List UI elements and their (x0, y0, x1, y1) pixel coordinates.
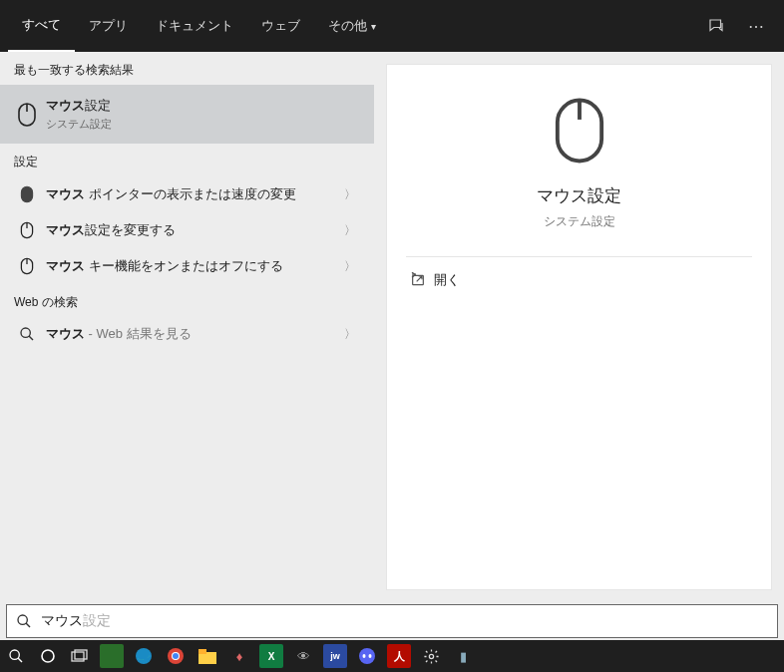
svg-line-8 (29, 336, 33, 340)
svg-point-14 (10, 650, 19, 659)
chevron-right-icon: 〉 (340, 222, 360, 239)
chevron-right-icon: 〉 (340, 258, 360, 275)
tab-apps[interactable]: アプリ (75, 0, 142, 52)
search-input[interactable] (41, 613, 777, 629)
preview-subtitle: システム設定 (544, 213, 615, 230)
taskbar: ♦ X 👁 jw 人 ▮ (0, 640, 784, 672)
svg-rect-18 (75, 650, 87, 659)
preview-panel: マウス設定 システム設定 開く (386, 64, 772, 590)
result-text: マウス - Web 結果を見る (46, 325, 340, 343)
section-web: Web の検索 (0, 284, 374, 317)
open-label: 開く (434, 271, 460, 289)
svg-rect-17 (72, 652, 84, 661)
taskbar-acrobat-icon[interactable]: 人 (387, 644, 411, 668)
chevron-down-icon: ▾ (371, 21, 376, 32)
taskbar-app-icon[interactable]: ♦ (227, 644, 251, 668)
more-options-icon[interactable]: ⋯ (736, 17, 776, 36)
result-text: マウス ポインターの表示または速度の変更 (46, 185, 340, 203)
results-panel: 最も一致する検索結果 マウス設定 システム設定 設定 マウス ポインターの表示ま… (0, 52, 374, 602)
chevron-right-icon: 〉 (340, 326, 360, 343)
mouse-icon (14, 256, 40, 276)
search-icon (14, 326, 40, 342)
mouse-icon (14, 184, 40, 204)
tab-more[interactable]: その他▾ (314, 0, 390, 52)
svg-point-25 (359, 648, 375, 664)
taskbar-cortana-icon[interactable] (36, 644, 60, 668)
svg-point-22 (173, 653, 179, 659)
result-settings-2[interactable]: マウス キー機能をオンまたはオフにする 〉 (0, 248, 374, 284)
result-settings-0[interactable]: マウス ポインターの表示または速度の変更 〉 (0, 176, 374, 212)
taskbar-search-icon[interactable] (4, 644, 28, 668)
taskbar-discord-icon[interactable] (355, 644, 379, 668)
svg-line-13 (26, 623, 30, 627)
taskbar-settings-icon[interactable] (419, 644, 443, 668)
result-text: マウス設定 システム設定 (46, 97, 360, 132)
section-best-match: 最も一致する検索結果 (0, 52, 374, 85)
tab-documents[interactable]: ドキュメント (142, 0, 247, 52)
svg-point-28 (429, 654, 433, 658)
taskbar-explorer-icon[interactable] (196, 644, 219, 668)
svg-point-12 (18, 615, 27, 624)
mouse-icon (551, 95, 608, 167)
result-web-0[interactable]: マウス - Web 結果を見る 〉 (0, 317, 374, 351)
result-best-match[interactable]: マウス設定 システム設定 (0, 85, 374, 144)
taskbar-app-icon[interactable]: ▮ (451, 644, 475, 668)
taskbar-chrome-icon[interactable] (164, 644, 188, 668)
search-bar[interactable]: 設定 (6, 604, 778, 638)
svg-rect-2 (21, 186, 32, 201)
mouse-icon (14, 220, 40, 240)
taskbar-taskview-icon[interactable] (68, 644, 92, 668)
mouse-icon (14, 102, 40, 128)
tab-bar: すべて アプリ ドキュメント ウェブ その他▾ ⋯ (0, 0, 784, 52)
svg-point-27 (369, 654, 372, 658)
svg-point-16 (42, 650, 54, 662)
taskbar-edge-icon[interactable] (132, 644, 156, 668)
taskbar-app-icon[interactable]: 👁 (291, 644, 315, 668)
result-text: マウス キー機能をオンまたはオフにする (46, 257, 340, 275)
taskbar-excel-icon[interactable]: X (259, 644, 283, 668)
open-icon (410, 272, 434, 288)
preview-title: マウス設定 (537, 184, 621, 207)
taskbar-app-icon[interactable] (100, 644, 124, 668)
tab-all[interactable]: すべて (8, 0, 75, 52)
section-settings: 設定 (0, 144, 374, 176)
result-text: マウス設定を変更する (46, 221, 340, 239)
svg-point-7 (21, 328, 30, 337)
result-settings-1[interactable]: マウス設定を変更する 〉 (0, 212, 374, 248)
chevron-right-icon: 〉 (340, 186, 360, 203)
feedback-icon[interactable] (696, 17, 736, 35)
tab-web[interactable]: ウェブ (247, 0, 314, 52)
svg-rect-24 (198, 649, 206, 654)
svg-line-15 (18, 658, 22, 662)
taskbar-app-icon[interactable]: jw (323, 644, 347, 668)
search-icon (7, 613, 41, 629)
open-action[interactable]: 開く (406, 257, 752, 303)
svg-point-26 (363, 654, 366, 658)
